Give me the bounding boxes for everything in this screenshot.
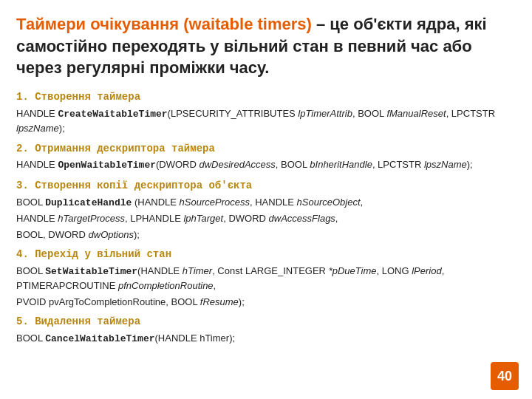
title-highlight: Таймери очікування (waitable timers) [16,15,312,33]
section-1-heading: 1. Створення таймера [16,89,516,106]
section-4-heading: 4. Перехід у вільний стан [16,247,516,263]
section-2-heading: 2. Отримання дескриптора таймера [16,141,516,157]
section-3-line-0: BOOL DuplicateHandle (HANDLE hSourceProc… [16,195,516,211]
section-4-line-1: PVOID pvArgToCompletionRoutine, BOOL fRe… [16,295,516,310]
section-3-line-2: BOOL, DWORD dwOptions); [16,228,516,242]
slide: Таймери очікування (waitable timers) – ц… [0,0,532,399]
section-1-line-0: HANDLE CreateWaitableTimer(LPSECURITY_AT… [16,106,516,136]
section-5-line-0: BOOL CancelWaitableTimer(HANDLE hTimer); [16,331,516,347]
page-number: 40 [491,362,519,390]
slide-title: Таймери очікування (waitable timers) – ц… [16,13,516,79]
slide-content: 1. Створення таймераHANDLE CreateWaitabl… [16,89,516,346]
section-3-line-1: HANDLE hTargetProcess, LPHANDLE lphTarge… [16,211,516,226]
section-4-line-0: BOOL SetWaitableTimer(HANDLE hTimer, Con… [16,264,516,293]
section-3-heading: 3. Створення копії дескриптора об'єкта [16,178,516,194]
section-5-heading: 5. Видалення таймера [16,314,516,330]
section-2-line-0: HANDLE OpenWaitableTimer(DWORD dwDesired… [16,157,516,173]
